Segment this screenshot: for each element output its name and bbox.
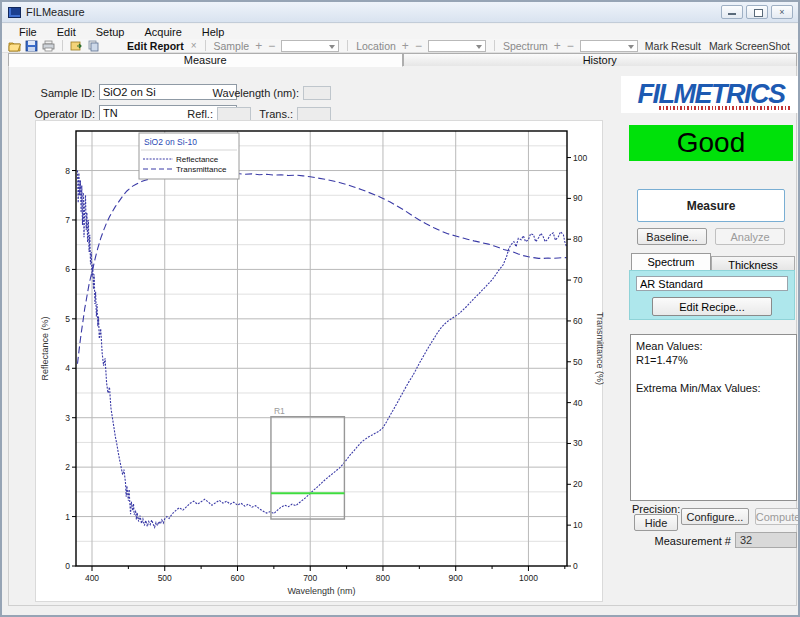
trans-label: Trans.:: [257, 108, 293, 120]
sample-remove-icon[interactable]: −: [268, 39, 275, 53]
y-right-tick-label: 20: [573, 479, 583, 489]
mark-result-button[interactable]: Mark Result: [645, 40, 701, 52]
spectrum-label: Spectrum: [503, 40, 548, 52]
menu-acquire[interactable]: Acquire: [135, 26, 190, 38]
title-bar[interactable]: FILMeasure ×: [2, 2, 798, 23]
x-tick-label: 700: [303, 573, 317, 583]
measurement-number-field: 32: [735, 532, 797, 548]
hide-button[interactable]: Hide: [634, 514, 678, 531]
y-right-tick-label: 70: [573, 275, 583, 285]
close-icon: ×: [779, 7, 784, 17]
y-right-tick-label: 10: [573, 520, 583, 530]
spectrum-remove-icon[interactable]: −: [567, 39, 574, 53]
y-right-tick-label: 100: [573, 153, 587, 163]
toolbar: Edit Report × Sample + − Location + − Sp…: [2, 39, 798, 53]
location-remove-icon[interactable]: −: [415, 39, 422, 53]
y-left-tick-label: 6: [65, 264, 70, 274]
y-left-tick-label: 4: [65, 363, 70, 373]
edit-report-close-icon[interactable]: ×: [191, 40, 197, 51]
sample-combobox[interactable]: [281, 40, 339, 52]
x-tick-label: 1000: [519, 573, 538, 583]
menu-help[interactable]: Help: [193, 26, 234, 38]
spectrum-chart[interactable]: R101234567801020304050607080901004005006…: [35, 120, 603, 602]
mark-screenshot-button[interactable]: Mark ScreenShot: [709, 40, 790, 52]
legend-entry-label: Transmittance: [176, 165, 227, 174]
x-tick-label: 500: [158, 573, 172, 583]
filmetrics-logo: FILMETRICS: [621, 76, 800, 113]
wavelength-label: Wavelength (nm):: [209, 87, 299, 99]
export-icon[interactable]: [70, 40, 83, 52]
y-right-tick-label: 90: [573, 193, 583, 203]
toolbar-separator: [347, 40, 348, 51]
y-left-tick-label: 3: [65, 413, 70, 423]
x-axis-title: Wavelength (nm): [287, 586, 355, 596]
extrema-header: Extrema Min/Max Values:: [636, 381, 791, 395]
status-indicator: Good: [629, 125, 793, 161]
tab-measure[interactable]: Measure: [8, 53, 403, 67]
plot-border: [76, 131, 567, 566]
mean-values-header: Mean Values:: [636, 339, 791, 353]
toolbar-separator: [205, 40, 206, 51]
tab-spectrum-recipe[interactable]: Spectrum: [631, 253, 711, 270]
menu-file[interactable]: File: [10, 26, 46, 38]
results-listbox[interactable]: Mean Values: R1=1.47% Extrema Min/Max Va…: [630, 334, 797, 501]
minimize-button[interactable]: [721, 5, 743, 19]
r1-region-label: R1: [274, 406, 285, 416]
menu-edit[interactable]: Edit: [48, 26, 85, 38]
y-left-tick-label: 0: [65, 561, 70, 571]
x-tick-label: 400: [85, 573, 99, 583]
y-right-tick-label: 40: [573, 398, 583, 408]
save-icon[interactable]: [25, 40, 38, 52]
logo-hatch-decoration: [659, 106, 791, 110]
print-icon[interactable]: [42, 40, 55, 52]
recipe-name-input[interactable]: [636, 276, 788, 291]
y-right-tick-label: 0: [573, 561, 578, 571]
y-right-tick-label: 60: [573, 316, 583, 326]
close-button[interactable]: ×: [771, 5, 793, 19]
open-folder-icon[interactable]: [8, 40, 21, 52]
transmittance-curve: [78, 174, 567, 364]
toolbar-separator: [62, 40, 63, 51]
tab-history[interactable]: History: [403, 53, 798, 67]
location-combobox[interactable]: [428, 40, 486, 52]
r1-region-box: [271, 417, 344, 519]
baseline-button[interactable]: Baseline...: [637, 228, 707, 245]
app-icon: [8, 7, 21, 18]
sample-label: Sample: [214, 40, 250, 52]
edit-report-button[interactable]: Edit Report: [127, 40, 184, 52]
app-window: FILMeasure × File Edit Setup Acquire Hel…: [0, 0, 800, 617]
legend-title: SiO2 on Si-10: [144, 137, 197, 147]
configure-button[interactable]: Configure...: [681, 508, 749, 525]
menu-setup[interactable]: Setup: [87, 26, 134, 38]
analyze-button[interactable]: Analyze: [715, 228, 785, 245]
mean-value-r1: R1=1.47%: [636, 353, 791, 367]
wavelength-field: [303, 86, 331, 100]
recipe-panel: Edit Recipe...: [629, 270, 795, 320]
edit-recipe-button[interactable]: Edit Recipe...: [652, 297, 772, 316]
reflectance-curve: [78, 171, 567, 528]
restore-button[interactable]: [746, 5, 768, 19]
x-tick-label: 800: [376, 573, 390, 583]
menu-bar: File Edit Setup Acquire Help: [2, 24, 798, 39]
trans-field: [297, 107, 331, 121]
y-left-tick-label: 8: [65, 166, 70, 176]
main-tabstrip: Measure History: [8, 53, 797, 67]
y-right-tick-label: 80: [573, 234, 583, 244]
spectrum-combobox[interactable]: [580, 40, 638, 52]
sample-add-icon[interactable]: +: [255, 39, 262, 53]
y-right-tick-label: 30: [573, 438, 583, 448]
refl-label: Refl.:: [181, 108, 213, 120]
compute-button[interactable]: Compute: [755, 508, 800, 525]
status-text: Good: [677, 127, 746, 159]
y-right-axis-title: Transmittance (%): [595, 312, 604, 385]
y-left-tick-label: 1: [65, 512, 70, 522]
measure-button[interactable]: Measure: [637, 189, 785, 222]
toolbar-separator: [494, 40, 495, 51]
spectrum-add-icon[interactable]: +: [554, 39, 561, 53]
y-right-tick-label: 50: [573, 357, 583, 367]
location-add-icon[interactable]: +: [402, 39, 409, 53]
copy-icon[interactable]: [87, 40, 100, 52]
window-title: FILMeasure: [26, 6, 85, 18]
location-label: Location: [356, 40, 396, 52]
sample-id-label: Sample ID:: [19, 87, 95, 99]
